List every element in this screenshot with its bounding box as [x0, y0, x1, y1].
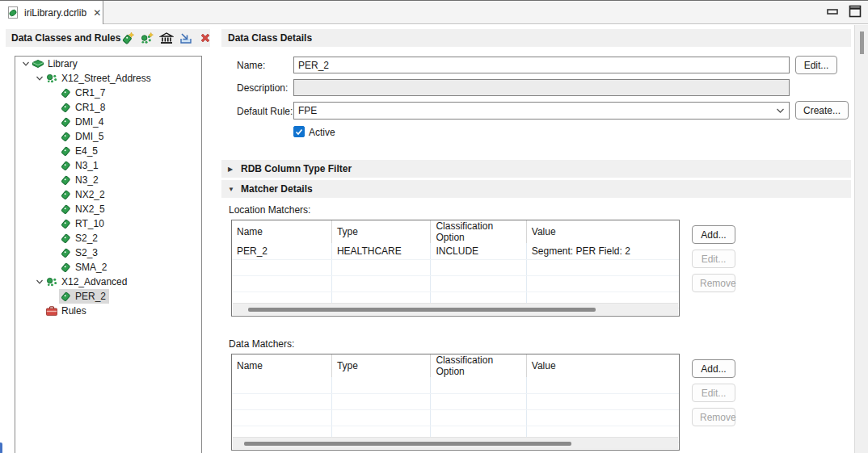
table-cell: [331, 275, 430, 292]
tree-item-library[interactable]: Library: [15, 57, 201, 71]
column-header[interactable]: Type: [331, 220, 430, 243]
location-matchers-table[interactable]: NameTypeClassification OptionValuePER_2H…: [231, 220, 680, 317]
tree-item-content[interactable]: X12_Street_Address: [45, 71, 154, 86]
data-class-icon: [59, 188, 72, 201]
tree-item-s2_2[interactable]: S2_2: [15, 231, 201, 245]
tree-expander-spacer: [48, 247, 59, 258]
tree-item-dmi_4[interactable]: DMI_4: [15, 115, 201, 129]
rdb-column-type-filter-section[interactable]: ▶ RDB Column Type Filter: [221, 160, 851, 178]
minimized-view-bar[interactable]: [0, 443, 2, 453]
tree-item-content[interactable]: SMA_2: [59, 260, 110, 275]
table-cell: [431, 409, 526, 426]
tree-item-cr1_8[interactable]: CR1_8: [15, 100, 201, 115]
tree-item-label: Library: [48, 58, 78, 69]
tree-expander-icon[interactable]: [34, 276, 45, 287]
horizontal-scrollbar[interactable]: [233, 437, 678, 449]
column-header[interactable]: Classification Option: [431, 354, 526, 377]
description-label: Description:: [237, 82, 288, 94]
table-row[interactable]: [232, 259, 679, 275]
tree-item-content[interactable]: NX2_2: [59, 187, 108, 202]
data-class-icon: [59, 232, 72, 245]
column-header[interactable]: Type: [331, 354, 430, 377]
name-label: Name:: [237, 60, 265, 71]
data-matchers-table[interactable]: NameTypeClassification OptionValue: [231, 354, 680, 451]
tree-expander-spacer: [48, 116, 59, 128]
import-icon[interactable]: [179, 31, 193, 45]
tree-item-content[interactable]: Library: [32, 57, 81, 71]
edit-name-button[interactable]: Edit...: [795, 56, 837, 74]
new-data-class-group-icon[interactable]: [140, 31, 154, 45]
table-cell: [232, 409, 331, 426]
new-data-class-icon[interactable]: [120, 31, 135, 45]
table-cell: [431, 377, 526, 393]
horizontal-scrollbar[interactable]: [233, 303, 678, 315]
bank-import-icon[interactable]: [159, 31, 174, 45]
tree-expander-spacer: [48, 189, 59, 200]
tree-item-content[interactable]: X12_Advanced: [45, 275, 130, 289]
column-header[interactable]: Name: [232, 220, 331, 243]
tree-item-content[interactable]: N3_2: [59, 173, 102, 187]
tree-item-n3_2[interactable]: N3_2: [15, 173, 201, 187]
data-class-icon: [59, 101, 72, 114]
tree-expander-icon[interactable]: [34, 73, 45, 84]
tree-item-x12_advanced[interactable]: X12_Advanced: [15, 275, 201, 289]
tree-item-content[interactable]: CR1_7: [59, 86, 108, 100]
tree-expander-spacer: [48, 174, 59, 186]
default-rule-select[interactable]: FPE: [293, 102, 790, 120]
location-matchers-buttons: Add...Edit...Remove: [692, 225, 735, 298]
rdb-section-title: RDB Column Type Filter: [241, 163, 352, 174]
table-row[interactable]: [232, 393, 679, 409]
tree-item-nx2_5[interactable]: NX2_5: [15, 202, 201, 216]
matcher-details-section[interactable]: ▼ Matcher Details: [221, 180, 851, 198]
ide-window: iriLibrary.dcrlib ✕ Data Classes and Rul…: [0, 0, 868, 453]
create-rule-button[interactable]: Create...: [795, 101, 849, 120]
scrollbar-thumb[interactable]: [860, 31, 864, 54]
data-matchers-add-button[interactable]: Add...: [692, 359, 735, 378]
table-row[interactable]: PER_2HEALTHCAREINCLUDESegment: PER Field…: [232, 243, 679, 259]
tree-item-content[interactable]: DMI_5: [59, 129, 107, 144]
tree-item-s2_3[interactable]: S2_3: [15, 245, 201, 260]
tree-expander-icon[interactable]: [20, 58, 32, 69]
tree-item-content[interactable]: CR1_8: [59, 100, 108, 115]
tree-item-content[interactable]: N3_1: [59, 158, 102, 173]
description-input[interactable]: [293, 79, 790, 96]
tree-item-sma_2[interactable]: SMA_2: [15, 260, 201, 275]
column-header[interactable]: Classification Option: [431, 220, 526, 243]
minimize-icon[interactable]: [826, 6, 839, 19]
library-icon: [32, 57, 44, 70]
column-header[interactable]: Name: [232, 354, 331, 377]
table-row[interactable]: [232, 377, 679, 393]
tree-item-content[interactable]: RT_10: [59, 216, 107, 231]
tree-item-content[interactable]: Rules: [45, 304, 90, 318]
maximize-icon[interactable]: [849, 5, 862, 20]
tree-item-content[interactable]: PER_2: [59, 289, 109, 304]
tree-item-rt_10[interactable]: RT_10: [15, 216, 201, 231]
tree-item-nx2_2[interactable]: NX2_2: [15, 187, 201, 202]
active-checkbox[interactable]: [293, 126, 305, 137]
tree-item-per_2[interactable]: PER_2: [15, 289, 201, 304]
tree-item-content[interactable]: S2_2: [59, 231, 101, 245]
tree-item-cr1_7[interactable]: CR1_7: [15, 86, 201, 100]
tree-item-content[interactable]: DMI_4: [59, 115, 107, 129]
name-input[interactable]: [293, 57, 790, 73]
tree-item-x12_street_address[interactable]: X12_Street_Address: [15, 71, 201, 86]
tree-item-rules[interactable]: Rules: [15, 304, 201, 318]
data-classes-panel-header: Data Classes and Rules: [6, 29, 210, 47]
column-header[interactable]: Value: [526, 220, 679, 243]
scrollbar-thumb[interactable]: [244, 442, 571, 446]
column-header[interactable]: Value: [526, 354, 679, 377]
location-matchers-add-button[interactable]: Add...: [692, 225, 735, 244]
table-row[interactable]: [232, 275, 679, 292]
tree-item-n3_1[interactable]: N3_1: [15, 158, 201, 173]
scrollbar-thumb[interactable]: [248, 308, 596, 312]
tree-item-content[interactable]: E4_5: [59, 144, 101, 158]
tree-item-content[interactable]: NX2_5: [59, 202, 108, 216]
table-row[interactable]: [232, 409, 679, 426]
tab-irilibrary-dcrlib[interactable]: iriLibrary.dcrlib ✕: [0, 1, 103, 24]
tree-item-content[interactable]: S2_3: [59, 245, 101, 260]
close-icon[interactable]: ✕: [93, 8, 101, 18]
tree-item-dmi_5[interactable]: DMI_5: [15, 129, 201, 144]
vertical-scrollbar[interactable]: [854, 25, 868, 453]
tree-item-e4_5[interactable]: E4_5: [15, 144, 201, 158]
delete-icon[interactable]: [198, 31, 213, 45]
